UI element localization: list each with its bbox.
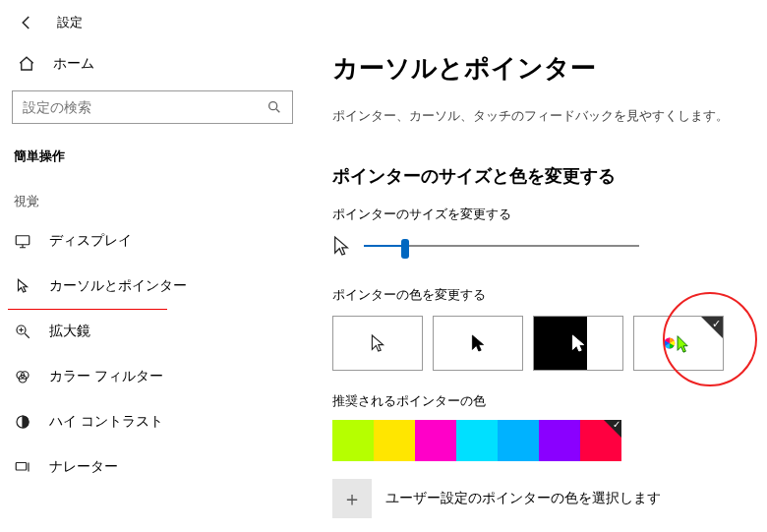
sidebar-item-narrator[interactable]: ナレーター (0, 444, 305, 490)
home-icon (18, 55, 35, 73)
sidebar-item-home[interactable]: ホーム (0, 45, 305, 83)
pointer-color-black[interactable] (433, 316, 523, 371)
size-section-title: ポインターのサイズと色を変更する (332, 164, 747, 188)
pointer-size-slider[interactable] (364, 236, 639, 256)
sidebar-item-color-filter[interactable]: カラー フィルター (0, 354, 305, 399)
annotation-underline (8, 309, 167, 310)
nav-label: カーソルとポインター (49, 277, 187, 295)
svg-point-0 (269, 102, 277, 110)
nav-label: 拡大鏡 (49, 323, 90, 340)
search-icon (266, 99, 282, 115)
slider-thumb[interactable] (401, 239, 409, 259)
nav-label: ナレーター (49, 458, 118, 476)
settings-title: 設定 (57, 14, 83, 31)
contrast-icon (14, 413, 31, 431)
pointer-color-label: ポインターの色を変更する (332, 286, 747, 304)
swatch-0[interactable] (332, 420, 374, 461)
svg-rect-7 (16, 463, 27, 471)
nav-label: ハイ コントラスト (49, 413, 163, 431)
recommended-swatches (332, 420, 747, 461)
swatch-6[interactable] (580, 420, 621, 461)
swatch-3[interactable] (456, 420, 498, 461)
magnifier-icon (14, 323, 31, 340)
pointer-color-options: ✓ (332, 316, 747, 371)
swatch-2[interactable] (415, 420, 456, 461)
sidebar-item-cursor-pointer[interactable]: カーソルとポインター (0, 264, 305, 309)
small-cursor-icon (332, 235, 350, 257)
settings-sidebar: 設定 ホーム 簡単操作 視覚 ディスプレイ カーソルとポインター 拡大鏡 (0, 0, 305, 532)
sidebar-item-magnifier[interactable]: 拡大鏡 (0, 309, 305, 354)
color-filter-icon (14, 368, 31, 385)
sidebar-item-high-contrast[interactable]: ハイ コントラスト (0, 399, 305, 444)
search-input-container[interactable] (12, 90, 293, 124)
home-label: ホーム (53, 55, 94, 73)
page-subheading: ポインター、カーソル、タッチのフィードバックを見やすくします。 (332, 107, 747, 125)
back-icon[interactable] (18, 14, 35, 31)
swatch-5[interactable] (539, 420, 580, 461)
narrator-icon (14, 458, 31, 476)
pointer-color-white[interactable] (332, 316, 423, 371)
custom-color-label: ユーザー設定のポインターの色を選択します (385, 490, 661, 507)
nav-label: カラー フィルター (49, 368, 163, 385)
plus-icon: ＋ (342, 486, 362, 512)
pointer-color-invert[interactable] (533, 316, 623, 371)
swatch-4[interactable] (498, 420, 539, 461)
sidebar-item-display[interactable]: ディスプレイ (0, 218, 305, 264)
pointer-color-custom[interactable]: ✓ (633, 316, 724, 371)
swatch-1[interactable] (374, 420, 415, 461)
search-input[interactable] (23, 99, 266, 115)
main-panel: カーソルとポインター ポインター、カーソル、タッチのフィードバックを見やすくしま… (305, 0, 767, 532)
sidebar-vision-label: 視覚 (0, 171, 305, 218)
page-title: カーソルとポインター (332, 51, 747, 86)
custom-color-button[interactable]: ＋ (332, 479, 372, 518)
slider-fill (364, 245, 405, 247)
cursor-icon (14, 277, 31, 295)
pointer-size-label: ポインターのサイズを変更する (332, 206, 747, 223)
nav-label: ディスプレイ (49, 232, 132, 250)
svg-rect-1 (16, 236, 30, 245)
display-icon (14, 232, 31, 250)
sidebar-group-label: 簡単操作 (0, 142, 305, 171)
checkmark-icon: ✓ (712, 318, 721, 330)
recommended-colors-label: 推奨されるポインターの色 (332, 392, 747, 410)
